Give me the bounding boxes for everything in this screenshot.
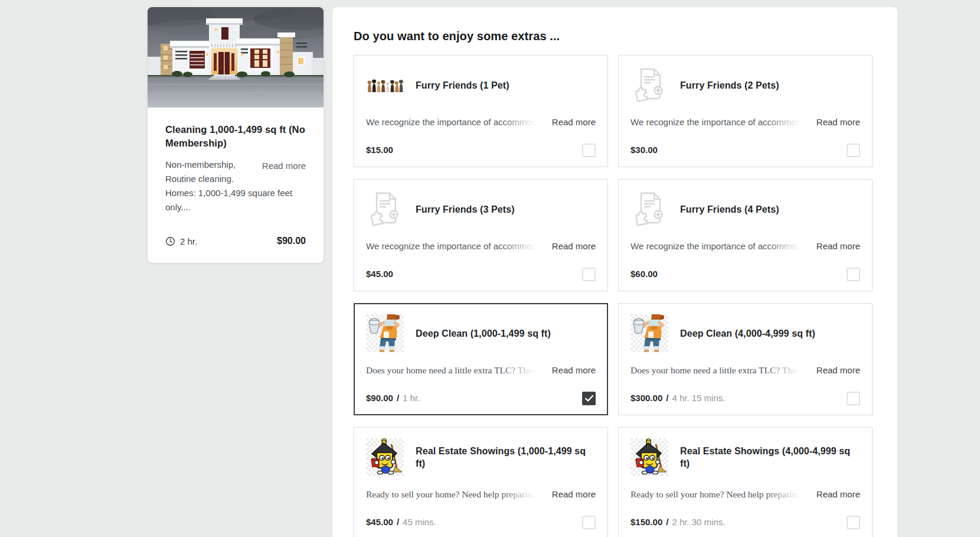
summary-footer: 2 hr. $90.00 xyxy=(165,236,306,246)
pets-photo-icon xyxy=(366,66,404,104)
extra-checkbox[interactable] xyxy=(582,392,596,405)
extra-card[interactable]: Furry Friends (3 Pets) We recognize the … xyxy=(354,179,608,291)
read-more-link[interactable]: Read more xyxy=(816,117,860,127)
extra-card-header: Furry Friends (1 Pet) xyxy=(366,66,596,104)
price-duration-separator: / xyxy=(666,517,668,527)
booking-summary-card: Cleaning 1,000-1,499 sq ft (No Membershi… xyxy=(148,7,324,263)
extra-description-row: Does your home need a little extra TLC? … xyxy=(631,365,860,376)
extra-card-header: Furry Friends (2 Pets) xyxy=(631,66,860,104)
extra-card[interactable]: Real Estate Showings (1,000-1,499 sq ft)… xyxy=(354,427,608,537)
extra-title: Furry Friends (1 Pet) xyxy=(416,79,509,92)
summary-title: Cleaning 1,000-1,499 sq ft (No Membershi… xyxy=(165,123,306,150)
extra-description-row: Ready to sell your home? Need help prepa… xyxy=(366,489,596,500)
read-more-link[interactable]: Read more xyxy=(816,489,860,499)
summary-duration-text: 2 hr. xyxy=(180,236,197,246)
extra-price: $30.00 xyxy=(631,145,658,155)
read-more-link[interactable]: Read more xyxy=(552,365,596,375)
extra-card[interactable]: Deep Clean (1,000-1,499 sq ft) Does your… xyxy=(354,303,608,415)
extra-price: $45.00 xyxy=(366,517,393,527)
extra-duration: 45 mins. xyxy=(403,517,436,527)
extra-price-row: $300.00 / 4 hr. 15 mins. xyxy=(631,393,839,403)
read-more-link[interactable]: Read more xyxy=(816,241,860,251)
summary-description: Read moreNon-membership, Routine cleanin… xyxy=(165,158,306,214)
extra-price-row: $30.00 xyxy=(631,145,839,155)
extra-title: Deep Clean (4,000-4,999 sq ft) xyxy=(680,327,815,340)
extra-price: $45.00 xyxy=(366,269,393,279)
extra-card-header: Deep Clean (1,000-1,499 sq ft) xyxy=(366,314,596,352)
extra-price-row: $60.00 xyxy=(631,269,839,279)
extra-duration: 4 hr. 15 mins. xyxy=(672,393,725,403)
service-photo xyxy=(148,7,324,108)
summary-duration: 2 hr. xyxy=(165,236,197,246)
extra-description: We recognize the importance of accommoda… xyxy=(366,241,544,251)
extra-description: We recognize the importance of accommoda… xyxy=(366,117,544,127)
extra-duration: 1 hr. xyxy=(403,393,420,403)
extra-description: Ready to sell your home? Need help prepa… xyxy=(366,489,544,500)
extra-checkbox[interactable] xyxy=(582,268,596,281)
extra-card[interactable]: Furry Friends (2 Pets) We recognize the … xyxy=(618,55,873,167)
addon-placeholder-icon xyxy=(631,66,668,104)
read-more-link[interactable]: Read more xyxy=(552,489,596,499)
extra-price: $150.00 xyxy=(631,517,662,527)
price-duration-separator: / xyxy=(397,393,399,403)
addon-placeholder-icon xyxy=(366,190,404,228)
extra-description: Does your home need a little extra TLC? … xyxy=(631,365,808,376)
extra-price-row: $90.00 / 1 hr. xyxy=(366,393,574,403)
extra-card-header: Real Estate Showings (1,000-1,499 sq ft) xyxy=(366,438,596,476)
extra-price: $60.00 xyxy=(631,269,658,279)
extras-panel: Do you want to enjoy some extras ... Fur… xyxy=(332,7,897,537)
summary-price: $90.00 xyxy=(277,236,306,246)
extra-card[interactable]: Furry Friends (4 Pets) We recognize the … xyxy=(618,179,873,291)
extra-card-header: Furry Friends (4 Pets) xyxy=(631,190,860,228)
extra-description: Ready to sell your home? Need help prepa… xyxy=(631,489,808,500)
extra-description-row: We recognize the importance of accommoda… xyxy=(366,117,596,127)
extra-description: Does your home need a little extra TLC? … xyxy=(366,365,544,376)
extra-price: $15.00 xyxy=(366,145,393,155)
extra-price: $90.00 xyxy=(366,393,393,403)
extra-card[interactable]: Real Estate Showings (4,000-4,999 sq ft)… xyxy=(618,427,873,537)
check-icon xyxy=(585,395,593,402)
extra-description-row: We recognize the importance of accommoda… xyxy=(631,241,860,251)
read-more-link[interactable]: Read more xyxy=(816,365,860,375)
price-duration-separator: / xyxy=(397,517,399,527)
price-duration-separator: / xyxy=(666,393,668,403)
addon-placeholder-icon xyxy=(631,190,668,228)
extra-checkbox[interactable] xyxy=(847,392,860,405)
extra-card-header: Furry Friends (3 Pets) xyxy=(366,190,596,228)
extra-title: Furry Friends (4 Pets) xyxy=(680,203,779,216)
summary-read-more-link[interactable]: Read more xyxy=(262,159,306,173)
extra-description-row: We recognize the importance of accommoda… xyxy=(631,117,860,127)
clock-icon xyxy=(165,236,175,246)
extras-grid: Furry Friends (1 Pet) We recognize the i… xyxy=(354,55,873,537)
extra-card-header: Real Estate Showings (4,000-4,999 sq ft) xyxy=(631,438,860,476)
extras-heading: Do you want to enjoy some extras ... xyxy=(354,30,873,43)
extra-checkbox[interactable] xyxy=(582,516,596,529)
extra-card[interactable]: Deep Clean (4,000-4,999 sq ft) Does your… xyxy=(618,303,873,415)
extra-price-row: $45.00 xyxy=(366,269,574,279)
extra-description-row: We recognize the importance of accommoda… xyxy=(366,241,596,251)
extra-card[interactable]: Furry Friends (1 Pet) We recognize the i… xyxy=(354,55,608,167)
extra-title: Furry Friends (3 Pets) xyxy=(416,203,515,216)
extra-title: Furry Friends (2 Pets) xyxy=(680,79,779,92)
cleaning-lady-icon xyxy=(631,314,668,352)
extra-title: Real Estate Showings (1,000-1,499 sq ft) xyxy=(416,445,593,470)
extra-title: Deep Clean (1,000-1,499 sq ft) xyxy=(416,327,551,340)
extra-checkbox[interactable] xyxy=(847,144,860,157)
extra-checkbox[interactable] xyxy=(847,268,860,281)
house-mascot-icon xyxy=(631,438,668,476)
extra-description: We recognize the importance of accommoda… xyxy=(631,117,808,127)
cleaning-lady-icon xyxy=(366,314,404,352)
extra-checkbox[interactable] xyxy=(582,144,596,157)
extra-duration: 2 hr. 30 mins. xyxy=(672,517,725,527)
extra-price-row: $45.00 / 45 mins. xyxy=(366,517,574,527)
extra-price-row: $15.00 xyxy=(366,145,574,155)
extra-card-header: Deep Clean (4,000-4,999 sq ft) xyxy=(631,314,860,352)
house-mascot-icon xyxy=(366,438,404,476)
read-more-link[interactable]: Read more xyxy=(552,241,596,251)
extra-price-row: $150.00 / 2 hr. 30 mins. xyxy=(631,517,839,527)
read-more-link[interactable]: Read more xyxy=(552,117,596,127)
extra-description-row: Ready to sell your home? Need help prepa… xyxy=(631,489,860,500)
extra-description: We recognize the importance of accommoda… xyxy=(631,241,808,251)
extra-checkbox[interactable] xyxy=(847,516,860,529)
extra-description-row: Does your home need a little extra TLC? … xyxy=(366,365,596,376)
